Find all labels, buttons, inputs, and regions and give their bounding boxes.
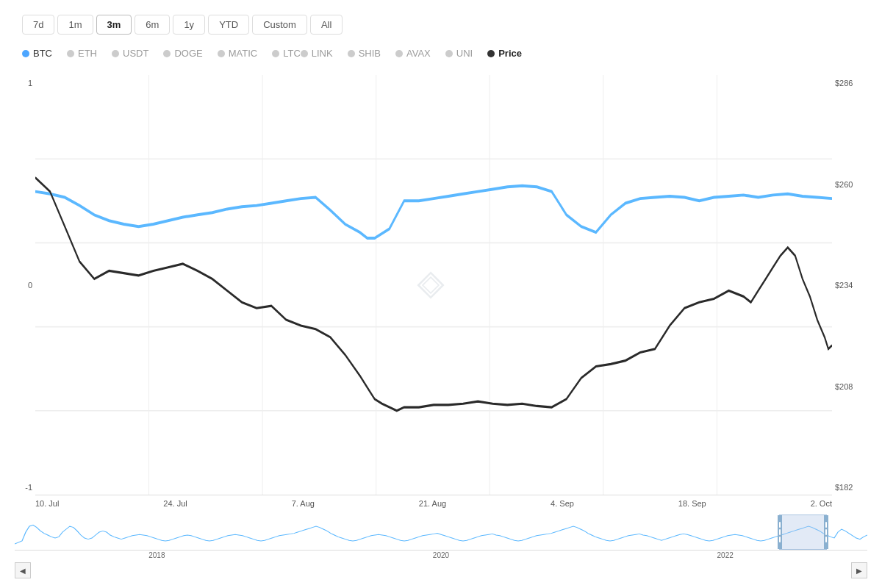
time-btn-1m[interactable]: 1m	[57, 15, 93, 35]
legend-dot-ltc	[272, 50, 279, 57]
y-label-mid: 0	[15, 281, 32, 290]
legend-dot-uni	[445, 50, 453, 57]
y-axis-right: $286 $260 $234 $208 $182	[832, 75, 867, 495]
time-btn-7d[interactable]: 7d	[22, 15, 54, 35]
price-label-3: $234	[835, 281, 867, 290]
legend-row-1: BTCETHUSDTDOGEMATICLTC	[22, 48, 301, 59]
nav-arrow-left[interactable]: ◀	[15, 562, 31, 578]
legend-label-matic: MATIC	[229, 48, 257, 59]
x-axis: 10. Jul 24. Jul 7. Aug 21. Aug 4. Sep 18…	[15, 495, 867, 512]
legend-item-usdt[interactable]: USDT	[112, 48, 148, 59]
price-label-4: $208	[835, 382, 867, 391]
legend-item-uni[interactable]: UNI	[445, 48, 473, 59]
navigator-year-labels: 2018 2020 2022	[15, 551, 867, 560]
chart-area	[35, 75, 832, 495]
x-label-4: 21. Aug	[419, 499, 446, 508]
main-chart-svg	[35, 75, 832, 495]
legend-item-matic[interactable]: MATIC	[218, 48, 257, 59]
y-label-top: 1	[15, 79, 32, 87]
navigator-handle-right[interactable]	[824, 515, 828, 549]
main-container: 7d1m3m6m1yYTDCustomAll BTCETHUSDTDOGEMAT…	[0, 0, 882, 588]
time-btn-custom[interactable]: Custom	[252, 15, 307, 35]
legend-label-link: LINK	[312, 48, 333, 59]
legend-dot-btc	[22, 50, 29, 57]
time-btn-ytd[interactable]: YTD	[208, 15, 249, 35]
legend-item-ltc[interactable]: LTC	[272, 48, 301, 59]
y-axis-left: 1 0 -1	[15, 75, 35, 495]
legend-item-btc[interactable]: BTC	[22, 48, 52, 59]
y-label-bot: -1	[15, 483, 32, 492]
navigator-container: 2018 2020 2022 ◀ ▶	[15, 514, 867, 581]
navigator-selection[interactable]	[779, 514, 827, 550]
legend-label-shib: SHIB	[359, 48, 381, 59]
legend-item-link[interactable]: LINK	[301, 48, 333, 59]
legend-label-eth: ETH	[78, 48, 97, 59]
legend-label-btc: BTC	[33, 48, 52, 59]
x-label-7: 2. Oct	[811, 499, 832, 508]
legend-label-uni: UNI	[456, 48, 473, 59]
time-btn-1y[interactable]: 1y	[173, 15, 205, 35]
x-label-3: 7. Aug	[292, 499, 315, 508]
legend-dot-eth	[67, 50, 74, 57]
legend-dot-doge	[163, 50, 171, 57]
x-label-6: 18. Sep	[678, 499, 706, 508]
nav-year-2018: 2018	[148, 551, 165, 559]
legend-item-avax[interactable]: AVAX	[395, 48, 431, 59]
time-btn-6m[interactable]: 6m	[135, 15, 170, 35]
legend-label-ltc: LTC	[283, 48, 301, 59]
navigator-chart[interactable]	[15, 514, 867, 551]
price-label-2: $260	[835, 180, 867, 189]
x-label-5: 4. Sep	[551, 499, 574, 508]
navigator-svg	[15, 514, 867, 550]
legend-item-eth[interactable]: ETH	[67, 48, 97, 59]
legend-dot-link	[301, 50, 308, 57]
legend-label-avax: AVAX	[406, 48, 431, 59]
nav-year-2020: 2020	[433, 551, 449, 559]
legend-label-doge: DOGE	[174, 48, 202, 59]
main-chart-container: 1 0 -1	[15, 75, 867, 495]
price-label-5: $182	[835, 483, 867, 492]
price-label-1: $286	[835, 79, 867, 87]
legend-label-usdt: USDT	[123, 48, 148, 59]
legend: BTCETHUSDTDOGEMATICLTC LINKSHIBAVAXUNIPr…	[15, 48, 522, 63]
time-range-bar: 7d1m3m6m1yYTDCustomAll	[15, 15, 867, 35]
legend-dot-matic	[218, 50, 225, 57]
legend-dot-shib	[348, 50, 355, 57]
time-btn-all[interactable]: All	[310, 15, 343, 35]
navigator-handle-left[interactable]	[778, 515, 782, 549]
legend-row-2: LINKSHIBAVAXUNIPrice	[301, 48, 522, 59]
legend-item-shib[interactable]: SHIB	[348, 48, 381, 59]
chart-wrapper: 1 0 -1	[15, 75, 867, 581]
x-label-1: 10. Jul	[35, 499, 59, 508]
legend-dot-usdt	[112, 50, 119, 57]
legend-label-price: Price	[498, 48, 522, 59]
legend-item-price[interactable]: Price	[487, 48, 522, 59]
legend-dot-avax	[395, 50, 403, 57]
legend-item-doge[interactable]: DOGE	[163, 48, 202, 59]
nav-arrow-right[interactable]: ▶	[851, 562, 867, 578]
navigator-arrows: ◀ ▶	[15, 560, 867, 581]
legend-dot-price	[487, 50, 495, 57]
x-label-2: 24. Jul	[163, 499, 187, 508]
nav-year-2022: 2022	[717, 551, 734, 559]
time-btn-3m[interactable]: 3m	[96, 15, 132, 35]
